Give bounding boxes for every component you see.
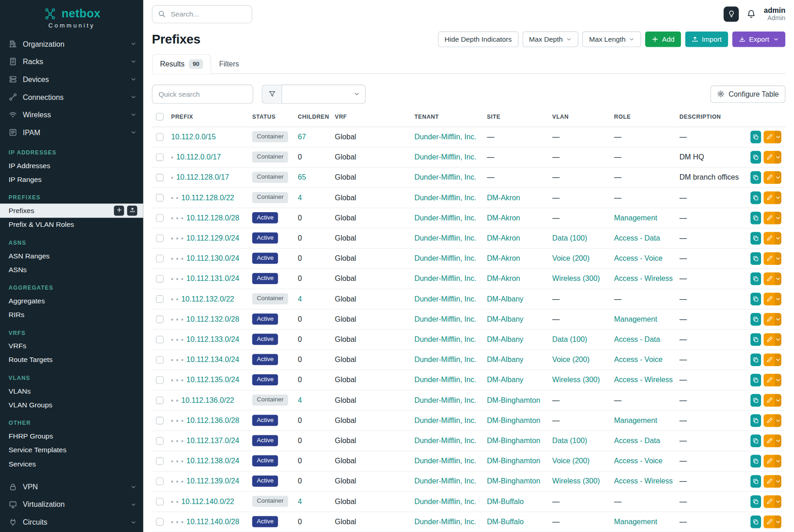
sidebar-item-connections[interactable]: Connections: [0, 88, 143, 106]
row-checkbox[interactable]: [156, 255, 164, 263]
edit-button[interactable]: [764, 353, 781, 366]
sidebar-item-rirs[interactable]: RIRs: [0, 307, 143, 321]
tenant-link[interactable]: Dunder-Mifflin, Inc.: [414, 254, 476, 263]
tenant-link[interactable]: Dunder-Mifflin, Inc.: [414, 173, 476, 181]
tab-results[interactable]: Results 90: [152, 54, 211, 74]
prefix-link[interactable]: 10.112.135.0/24: [186, 376, 239, 384]
edit-button[interactable]: [764, 151, 781, 164]
tab-filters[interactable]: Filters: [211, 54, 247, 74]
role-link[interactable]: Access - Wireless: [614, 376, 673, 384]
sidebar-item-devices[interactable]: Devices: [0, 71, 143, 88]
site-link[interactable]: DM-Binghamton: [487, 396, 541, 404]
tenant-link[interactable]: Dunder-Mifflin, Inc.: [414, 518, 476, 526]
site-link[interactable]: DM-Binghamton: [487, 477, 541, 485]
row-checkbox[interactable]: [156, 154, 164, 161]
sidebar-item-organization[interactable]: Organization: [0, 35, 143, 53]
prefix-link[interactable]: 10.112.133.0/24: [186, 335, 239, 344]
row-checkbox[interactable]: [156, 518, 164, 526]
role-link[interactable]: Management: [614, 518, 657, 526]
import-button[interactable]: Import: [685, 31, 728, 47]
tenant-link[interactable]: Dunder-Mifflin, Inc.: [414, 214, 476, 222]
edit-button[interactable]: [764, 455, 781, 467]
row-checkbox[interactable]: [156, 296, 164, 303]
prefix-link[interactable]: 10.112.134.0/24: [186, 356, 239, 364]
tenant-link[interactable]: Dunder-Mifflin, Inc.: [414, 274, 476, 283]
edit-button[interactable]: [764, 211, 781, 224]
sidebar-item-ip-addresses[interactable]: IP Addresses: [0, 159, 143, 172]
sidebar-item-route-targets[interactable]: Route Targets: [0, 353, 143, 367]
prefix-link[interactable]: 10.112.132.0/28: [186, 315, 239, 323]
sidebar-item-vlans[interactable]: VLANs: [0, 384, 143, 398]
edit-button[interactable]: [764, 495, 781, 508]
sidebar-item-circuits[interactable]: Circuits: [0, 513, 143, 531]
column-header-status[interactable]: STATUS: [248, 108, 294, 126]
configure-table-button[interactable]: Configure Table: [710, 85, 785, 103]
children-count-link[interactable]: 4: [298, 396, 302, 404]
column-header-site[interactable]: SITE: [483, 108, 548, 126]
copy-button[interactable]: [750, 373, 761, 386]
sidebar-item-prefix-vlan-roles[interactable]: Prefix & VLAN Roles: [0, 218, 143, 231]
tenant-link[interactable]: Dunder-Mifflin, Inc.: [414, 356, 476, 364]
copy-button[interactable]: [750, 475, 761, 488]
prefix-link[interactable]: 10.112.128.0/28: [186, 214, 239, 222]
row-checkbox[interactable]: [156, 214, 164, 222]
site-link[interactable]: DM-Akron: [487, 193, 520, 202]
edit-button[interactable]: [764, 434, 781, 447]
column-header-role[interactable]: ROLE: [610, 108, 675, 126]
prefix-link[interactable]: 10.112.128.0/17: [176, 173, 229, 181]
row-checkbox[interactable]: [156, 275, 164, 283]
role-link[interactable]: Access - Data: [614, 234, 660, 242]
column-header-vlan[interactable]: VLAN: [548, 108, 610, 126]
site-link[interactable]: DM-Akron: [487, 214, 520, 222]
prefix-link[interactable]: 10.112.132.0/22: [181, 295, 234, 303]
edit-button[interactable]: [764, 394, 781, 406]
notifications-button[interactable]: [746, 9, 756, 19]
edit-button[interactable]: [764, 171, 781, 184]
site-link[interactable]: DM-Akron: [487, 274, 520, 283]
copy-button[interactable]: [750, 414, 761, 427]
tenant-link[interactable]: Dunder-Mifflin, Inc.: [414, 295, 476, 303]
site-link[interactable]: DM-Albany: [487, 376, 524, 384]
max-length-dropdown[interactable]: Max Length: [582, 31, 641, 47]
site-link[interactable]: DM-Albany: [487, 295, 524, 303]
tenant-link[interactable]: Dunder-Mifflin, Inc.: [414, 315, 476, 323]
vlan-link[interactable]: Wireless (300): [552, 477, 600, 485]
copy-button[interactable]: [750, 394, 761, 406]
edit-button[interactable]: [764, 292, 781, 305]
vlan-link[interactable]: Wireless (300): [552, 274, 600, 283]
sidebar-item-vrfs[interactable]: VRFs: [0, 339, 143, 352]
site-link[interactable]: DM-Binghamton: [487, 457, 541, 465]
vlan-link[interactable]: Data (100): [552, 234, 587, 242]
prefix-link[interactable]: 10.112.136.0/28: [186, 416, 239, 424]
edit-button[interactable]: [764, 272, 781, 285]
row-checkbox[interactable]: [156, 235, 164, 242]
row-checkbox[interactable]: [156, 397, 164, 405]
copy-button[interactable]: [750, 292, 761, 305]
sidebar-item-racks[interactable]: Racks: [0, 53, 143, 71]
sidebar-item-vlan-groups[interactable]: VLAN Groups: [0, 398, 143, 411]
tenant-link[interactable]: Dunder-Mifflin, Inc.: [414, 133, 476, 141]
copy-button[interactable]: [750, 232, 761, 245]
tenant-link[interactable]: Dunder-Mifflin, Inc.: [414, 193, 476, 202]
copy-button[interactable]: [750, 333, 761, 346]
copy-button[interactable]: [750, 272, 761, 285]
vlan-link[interactable]: Voice (200): [552, 254, 590, 263]
sidebar-item-fhrp-groups[interactable]: FHRP Groups: [0, 429, 143, 443]
site-link[interactable]: DM-Akron: [487, 254, 520, 263]
add-button[interactable]: Add: [646, 31, 681, 47]
quick-import-button[interactable]: [127, 205, 137, 215]
copy-button[interactable]: [750, 151, 761, 164]
vlan-link[interactable]: Data (100): [552, 437, 587, 445]
children-count-link[interactable]: 4: [298, 497, 302, 505]
role-link[interactable]: Access - Voice: [614, 457, 663, 465]
sidebar-item-service-templates[interactable]: Service Templates: [0, 443, 143, 457]
prefix-link[interactable]: 10.112.136.0/22: [181, 396, 234, 404]
copy-button[interactable]: [750, 495, 761, 508]
vlan-link[interactable]: Voice (200): [552, 457, 590, 465]
tenant-link[interactable]: Dunder-Mifflin, Inc.: [414, 396, 476, 404]
edit-button[interactable]: [764, 475, 781, 488]
tenant-link[interactable]: Dunder-Mifflin, Inc.: [414, 497, 476, 505]
prefix-link[interactable]: 10.112.0.0/17: [176, 153, 221, 161]
sidebar-item-asn-ranges[interactable]: ASN Ranges: [0, 249, 143, 263]
copy-button[interactable]: [750, 252, 761, 265]
